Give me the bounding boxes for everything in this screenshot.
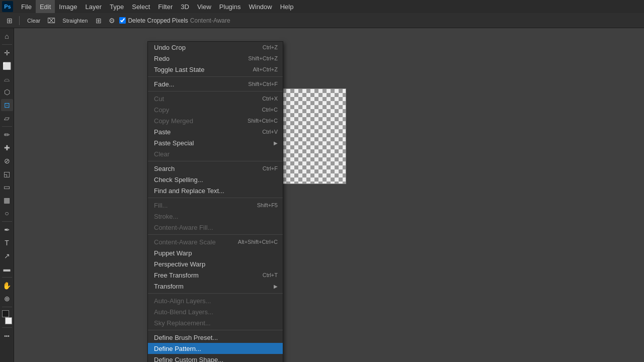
menu-stroke[interactable]: Stroke... <box>148 211 283 222</box>
divider-7 <box>148 330 283 330</box>
menu-layer[interactable]: Layer <box>82 0 106 13</box>
content-aware-label: Content-Aware <box>190 17 230 24</box>
menu-auto-blend[interactable]: Auto-Blend Layers... <box>148 306 283 317</box>
menu-puppet-warp[interactable]: Puppet Warp <box>148 247 283 258</box>
color-swatches[interactable] <box>1 309 13 325</box>
menu-clear[interactable]: Clear <box>148 148 283 159</box>
menu-type[interactable]: Type <box>106 0 128 13</box>
menu-paste-special[interactable]: Paste Special ▶ <box>148 137 283 148</box>
perspective-crop-tool[interactable]: ▱ <box>1 112 13 124</box>
options-toolbar: ⊞ Clear ⌧ Straighten ⊞ ⚙ Delete Cropped … <box>0 13 644 28</box>
shape-tool[interactable]: ▬ <box>1 263 13 275</box>
menu-define-brush[interactable]: Define Brush Preset... <box>148 332 283 343</box>
hand-tool[interactable]: ✋ <box>1 280 13 292</box>
more-tools[interactable]: ••• <box>1 330 13 342</box>
healing-tool[interactable]: ✚ <box>1 142 13 154</box>
menu-paste[interactable]: Paste Ctrl+V <box>148 126 283 137</box>
divider-1 <box>148 76 283 77</box>
menu-help[interactable]: Help <box>276 0 298 13</box>
quick-select-tool[interactable]: ⬡ <box>1 86 13 98</box>
straighten-label[interactable]: Straighten <box>59 16 91 25</box>
divider-6 <box>148 293 283 294</box>
menu-transform[interactable]: Transform ▶ <box>148 281 283 292</box>
move-tool[interactable]: ✛ <box>1 47 13 59</box>
path-selection-tool[interactable]: ↗ <box>1 250 13 262</box>
divider-4 <box>148 198 283 198</box>
canvas-area: Undo Crop Ctrl+Z Redo Shift+Ctrl+Z Toggl… <box>14 28 644 362</box>
menu-auto-align[interactable]: Auto-Align Layers... <box>148 295 283 306</box>
ps-logo: Ps <box>2 1 13 12</box>
eraser-tool[interactable]: ▭ <box>1 181 13 193</box>
marquee-tool[interactable]: ⬜ <box>1 60 13 72</box>
menu-filter[interactable]: Filter <box>154 0 177 13</box>
menu-sky-replacement[interactable]: Sky Replacement... <box>148 317 283 328</box>
zoom-tool[interactable]: ⊕ <box>1 293 13 305</box>
menu-image[interactable]: Image <box>55 0 81 13</box>
menu-file[interactable]: File <box>17 0 36 13</box>
dodge-tool[interactable]: ○ <box>1 207 13 219</box>
menu-check-spelling[interactable]: Check Spelling... <box>148 174 283 185</box>
clear-button[interactable]: Clear <box>24 16 44 25</box>
menu-window[interactable]: Window <box>245 0 276 13</box>
lasso-tool[interactable]: ⌓ <box>1 73 13 85</box>
menu-3d[interactable]: 3D <box>177 0 193 13</box>
tool-separator-2 <box>2 126 12 127</box>
divider-3 <box>148 161 283 161</box>
menu-search[interactable]: Search Ctrl+F <box>148 163 283 174</box>
menu-toggle-last-state[interactable]: Toggle Last State Alt+Ctrl+Z <box>148 64 283 75</box>
tool-separator-6 <box>2 327 12 328</box>
tool-separator-4 <box>2 277 12 278</box>
menu-bar: Ps File Edit Image Layer Type Select Fil… <box>0 0 644 13</box>
tool-separator-1 <box>2 44 12 45</box>
main-layout: ⌂ ✛ ⬜ ⌓ ⬡ ⊡ ▱ ✏ ✚ ⊘ ◱ ▭ ▦ ○ ✒ T ↗ ▬ ✋ ⊕ … <box>0 28 644 362</box>
edit-dropdown-menu: Undo Crop Ctrl+Z Redo Shift+Ctrl+Z Toggl… <box>147 41 283 362</box>
menu-select[interactable]: Select <box>128 0 154 13</box>
menu-define-custom-shape[interactable]: Define Custom Shape... <box>148 354 283 362</box>
straighten-icon[interactable]: ⊞ <box>4 15 15 26</box>
menu-cut[interactable]: Cut Ctrl+X <box>148 93 283 104</box>
menu-copy-merged[interactable]: Copy Merged Shift+Ctrl+C <box>148 115 283 126</box>
delete-cropped-label: Delete Cropped Pixels <box>128 17 188 24</box>
crop-tool[interactable]: ⊡ <box>1 99 13 111</box>
menu-fill[interactable]: Fill... Shift+F5 <box>148 200 283 211</box>
menu-content-aware-fill[interactable]: Content-Aware Fill... <box>148 222 283 233</box>
menu-fade[interactable]: Fade... Shift+Ctrl+F <box>148 78 283 89</box>
menu-define-pattern[interactable]: Define Pattern... <box>148 343 283 354</box>
home-tool[interactable]: ⌂ <box>1 30 13 42</box>
menu-content-aware-scale[interactable]: Content-Aware Scale Alt+Shift+Ctrl+C <box>148 236 283 247</box>
clone-tool[interactable]: ◱ <box>1 168 13 180</box>
grid-icon[interactable]: ⊞ <box>93 15 104 26</box>
menu-free-transform[interactable]: Free Transform Ctrl+T <box>148 269 283 281</box>
divider-5 <box>148 234 283 235</box>
menu-undo-crop[interactable]: Undo Crop Ctrl+Z <box>148 42 283 53</box>
delete-cropped-checkbox[interactable] <box>119 17 126 24</box>
tool-separator-5 <box>2 307 12 307</box>
menu-view[interactable]: View <box>193 0 215 13</box>
brush-tool[interactable]: ⊘ <box>1 155 13 167</box>
eyedropper-tool[interactable]: ✏ <box>1 129 13 141</box>
text-tool[interactable]: T <box>1 237 13 249</box>
menu-redo[interactable]: Redo Shift+Ctrl+Z <box>148 53 283 64</box>
menu-copy[interactable]: Copy Ctrl+C <box>148 104 283 115</box>
divider-2 <box>148 91 283 92</box>
gradient-tool[interactable]: ▦ <box>1 194 13 206</box>
pen-tool[interactable]: ✒ <box>1 224 13 236</box>
menu-find-replace[interactable]: Find and Replace Text... <box>148 185 283 196</box>
tool-panel: ⌂ ✛ ⬜ ⌓ ⬡ ⊡ ▱ ✏ ✚ ⊘ ◱ ▭ ▦ ○ ✒ T ↗ ▬ ✋ ⊕ … <box>0 28 14 362</box>
settings-icon[interactable]: ⚙ <box>106 15 117 26</box>
tool-separator-3 <box>2 221 12 222</box>
menu-perspective-warp[interactable]: Perspective Warp <box>148 258 283 269</box>
menu-edit[interactable]: Edit <box>36 0 55 13</box>
delete-cropped-checkbox-group: Delete Cropped Pixels <box>119 17 188 24</box>
straighten-tool-icon[interactable]: ⌧ <box>46 15 57 26</box>
menu-plugins[interactable]: Plugins <box>215 0 245 13</box>
toolbar-separator-1 <box>19 16 20 25</box>
